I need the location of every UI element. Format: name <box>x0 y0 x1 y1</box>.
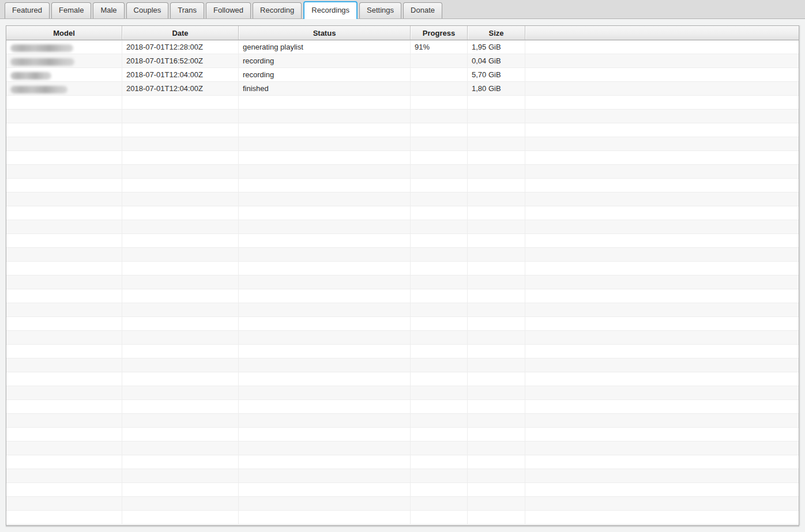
status-cell <box>239 428 411 442</box>
date-cell <box>122 428 239 442</box>
tab-male[interactable]: Male <box>93 2 124 18</box>
column-header-extra <box>525 26 799 40</box>
model-cell <box>6 428 122 442</box>
extra-cell <box>525 137 799 151</box>
date-cell <box>122 303 239 317</box>
extra-cell <box>525 303 799 317</box>
status-cell <box>239 359 411 372</box>
extra-cell <box>525 372 799 386</box>
date-cell <box>122 96 239 110</box>
recording-row[interactable]: 2018-07-01T12:04:00Zrecording5,70 GiB <box>6 68 799 82</box>
size-cell <box>468 469 525 483</box>
status-cell <box>239 276 411 289</box>
model-cell <box>6 110 122 123</box>
recording-row[interactable]: 2018-07-01T12:28:00Zgenerating playlist9… <box>6 40 799 54</box>
tab-bar: Featured Female Male Couples Trans Follo… <box>0 0 805 19</box>
model-cell <box>6 234 122 248</box>
tab-couples[interactable]: Couples <box>126 2 169 18</box>
column-header-date[interactable]: Date <box>122 26 239 40</box>
extra-cell <box>525 317 799 331</box>
empty-row <box>6 248 799 262</box>
date-cell <box>122 151 239 165</box>
model-cell <box>6 331 122 345</box>
extra-cell <box>525 483 799 497</box>
model-cell <box>6 206 122 220</box>
status-cell <box>239 193 411 206</box>
tab-featured[interactable]: Featured <box>5 2 50 18</box>
progress-cell <box>411 317 468 331</box>
progress-cell <box>411 206 468 220</box>
column-header-status[interactable]: Status <box>239 26 411 40</box>
empty-row <box>6 206 799 220</box>
tab-settings[interactable]: Settings <box>359 2 401 18</box>
status-cell: finished <box>239 82 411 96</box>
date-cell <box>122 386 239 400</box>
extra-cell <box>525 497 799 511</box>
date-cell <box>122 123 239 137</box>
progress-cell <box>411 54 468 68</box>
date-cell <box>122 331 239 345</box>
extra-cell <box>525 234 799 248</box>
status-cell <box>239 303 411 317</box>
extra-cell <box>525 206 799 220</box>
tab-recordings[interactable]: Recordings <box>303 1 358 19</box>
date-cell <box>122 483 239 497</box>
progress-cell <box>411 110 468 123</box>
status-cell <box>239 386 411 400</box>
model-cell <box>6 400 122 414</box>
size-cell <box>468 96 525 110</box>
status-cell <box>239 206 411 220</box>
progress-cell <box>411 400 468 414</box>
progress-cell <box>411 165 468 179</box>
recordings-table: Model Date Status Progress Size 2018-07-… <box>6 26 799 525</box>
empty-row <box>6 276 799 289</box>
status-cell <box>239 372 411 386</box>
redacted-model-name <box>10 72 51 80</box>
date-cell: 2018-07-01T12:04:00Z <box>122 68 239 82</box>
column-header-size[interactable]: Size <box>468 26 525 40</box>
extra-cell <box>525 96 799 110</box>
status-cell <box>239 317 411 331</box>
empty-row <box>6 317 799 331</box>
empty-row <box>6 96 799 110</box>
tab-followed[interactable]: Followed <box>206 2 251 18</box>
column-header-model[interactable]: Model <box>6 26 122 40</box>
size-cell <box>468 123 525 137</box>
status-cell <box>239 345 411 359</box>
date-cell <box>122 276 239 289</box>
empty-row <box>6 151 799 165</box>
status-cell <box>239 289 411 303</box>
progress-cell <box>411 96 468 110</box>
extra-cell <box>525 414 799 428</box>
tab-donate[interactable]: Donate <box>403 2 442 18</box>
date-cell <box>122 165 239 179</box>
extra-cell <box>525 110 799 123</box>
date-cell <box>122 137 239 151</box>
tab-recording[interactable]: Recording <box>253 2 302 18</box>
model-cell <box>6 345 122 359</box>
recording-row[interactable]: 2018-07-01T12:04:00Zfinished1,80 GiB <box>6 82 799 96</box>
date-cell <box>122 317 239 331</box>
extra-cell <box>525 82 799 96</box>
progress-cell <box>411 386 468 400</box>
progress-cell <box>411 151 468 165</box>
model-cell <box>6 137 122 151</box>
status-cell <box>239 331 411 345</box>
progress-cell <box>411 303 468 317</box>
model-cell <box>6 82 122 96</box>
column-header-progress[interactable]: Progress <box>411 26 468 40</box>
tab-trans[interactable]: Trans <box>170 2 204 18</box>
progress-cell <box>411 359 468 372</box>
recording-row[interactable]: 2018-07-01T16:52:00Zrecording0,04 GiB <box>6 54 799 68</box>
empty-row <box>6 483 799 497</box>
extra-cell <box>525 386 799 400</box>
empty-row <box>6 414 799 428</box>
redacted-model-name <box>10 58 74 66</box>
date-cell: 2018-07-01T12:04:00Z <box>122 82 239 96</box>
model-cell <box>6 276 122 289</box>
extra-cell <box>525 400 799 414</box>
status-cell <box>239 511 411 525</box>
extra-cell <box>525 193 799 206</box>
status-cell <box>239 442 411 455</box>
tab-female[interactable]: Female <box>51 2 91 18</box>
